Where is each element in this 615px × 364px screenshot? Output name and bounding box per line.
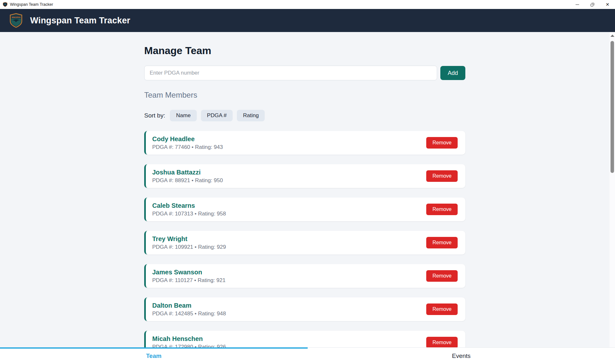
member-info: James Swanson PDGA #: 110127 • Rating: 9… <box>152 269 226 284</box>
remove-button[interactable]: Remove <box>426 337 458 347</box>
member-info: Micah Henschen PDGA #: 172980 • Rating: … <box>152 335 226 348</box>
page-title: Manage Team <box>144 45 465 57</box>
team-members-heading: Team Members <box>144 91 465 100</box>
member-details: PDGA #: 172980 • Rating: 926 <box>152 344 226 348</box>
window-titlebar: Wingspan Team Tracker ✕ <box>0 0 615 9</box>
member-name: Caleb Stearns <box>152 202 226 209</box>
remove-button[interactable]: Remove <box>426 303 458 315</box>
team-member-card: Joshua Battazzi PDGA #: 88921 • Rating: … <box>144 164 465 188</box>
sort-controls: Sort by: Name PDGA # Rating <box>144 110 465 121</box>
team-member-list: Cody Headlee PDGA #: 77460 • Rating: 943… <box>144 131 465 347</box>
member-details: PDGA #: 109921 • Rating: 929 <box>152 244 226 250</box>
svg-text:WINGSPAN: WINGSPAN <box>12 16 21 18</box>
add-button[interactable]: Add <box>440 66 465 80</box>
sort-name-button[interactable]: Name <box>170 110 196 121</box>
minimize-button[interactable] <box>570 0 585 9</box>
member-name: Trey Wright <box>152 235 226 243</box>
member-info: Joshua Battazzi PDGA #: 88921 • Rating: … <box>152 169 223 184</box>
team-member-card: Caleb Stearns PDGA #: 107313 • Rating: 9… <box>144 198 465 221</box>
team-member-card: Cody Headlee PDGA #: 77460 • Rating: 943… <box>144 131 465 155</box>
minimize-icon <box>576 4 579 5</box>
remove-button[interactable]: Remove <box>426 170 458 182</box>
member-details: PDGA #: 77460 • Rating: 943 <box>152 144 223 150</box>
pdga-number-input[interactable] <box>144 66 437 80</box>
add-member-row: Add <box>144 66 465 80</box>
bottom-nav: Team Events <box>0 347 615 364</box>
member-name: Micah Henschen <box>152 335 226 343</box>
member-name: Joshua Battazzi <box>152 169 223 176</box>
team-member-card: Trey Wright PDGA #: 109921 • Rating: 929… <box>144 231 465 255</box>
member-details: PDGA #: 142485 • Rating: 948 <box>152 311 226 317</box>
member-name: Dalton Beam <box>152 302 226 309</box>
member-name: Cody Headlee <box>152 135 223 143</box>
remove-button[interactable]: Remove <box>426 270 458 282</box>
main-area: Manage Team Add Team Members Sort by: Na… <box>0 32 610 347</box>
tab-events[interactable]: Events <box>308 348 615 364</box>
close-icon: ✕ <box>606 2 610 7</box>
team-member-card: Dalton Beam PDGA #: 142485 • Rating: 948… <box>144 297 465 321</box>
vertical-scrollbar[interactable] <box>610 32 615 347</box>
member-info: Cody Headlee PDGA #: 77460 • Rating: 943 <box>152 135 223 150</box>
close-button[interactable]: ✕ <box>600 0 615 9</box>
app-icon <box>3 2 8 7</box>
member-info: Caleb Stearns PDGA #: 107313 • Rating: 9… <box>152 202 226 217</box>
remove-button[interactable]: Remove <box>426 237 458 248</box>
scrollbar-thumb[interactable] <box>611 41 614 173</box>
sort-by-label: Sort by: <box>144 112 165 119</box>
scroll-up-arrow-icon[interactable] <box>611 35 614 37</box>
wingspan-shield-logo-icon: WINGSPAN <box>10 13 22 28</box>
app-header: WINGSPAN Wingspan Team Tracker <box>0 9 615 32</box>
member-details: PDGA #: 107313 • Rating: 958 <box>152 211 226 217</box>
remove-button[interactable]: Remove <box>426 137 458 149</box>
tab-team[interactable]: Team <box>0 348 308 364</box>
sort-pdga-button[interactable]: PDGA # <box>201 110 233 121</box>
window-title: Wingspan Team Tracker <box>10 2 53 7</box>
app-title: Wingspan Team Tracker <box>30 16 130 26</box>
member-info: Trey Wright PDGA #: 109921 • Rating: 929 <box>152 235 226 250</box>
member-name: James Swanson <box>152 269 226 276</box>
team-member-card: James Swanson PDGA #: 110127 • Rating: 9… <box>144 264 465 288</box>
team-member-card: Micah Henschen PDGA #: 172980 • Rating: … <box>144 331 465 347</box>
remove-button[interactable]: Remove <box>426 204 458 215</box>
member-details: PDGA #: 110127 • Rating: 921 <box>152 277 226 284</box>
member-details: PDGA #: 88921 • Rating: 950 <box>152 177 223 184</box>
member-info: Dalton Beam PDGA #: 142485 • Rating: 948 <box>152 302 226 317</box>
restore-icon <box>591 3 594 6</box>
maximize-button[interactable] <box>585 0 600 9</box>
window-controls: ✕ <box>570 0 615 9</box>
sort-rating-button[interactable]: Rating <box>237 110 265 121</box>
